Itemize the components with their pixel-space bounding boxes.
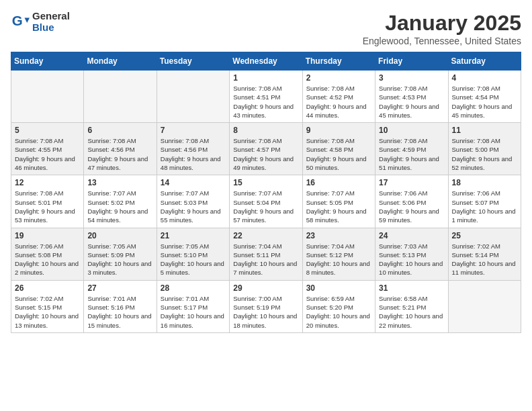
calendar-day-cell: 21 Sunrise: 7:05 AM Sunset: 5:10 PM Dayl… [157,228,229,280]
day-info: Sunrise: 7:07 AM Sunset: 5:03 PM Dayligh… [161,189,226,224]
calendar-day-cell: 7 Sunrise: 7:08 AM Sunset: 4:56 PM Dayli… [157,123,229,175]
day-info: Sunrise: 7:08 AM Sunset: 4:57 PM Dayligh… [233,136,298,172]
calendar-day-cell: 11 Sunrise: 7:08 AM Sunset: 5:00 PM Dayl… [448,123,521,175]
calendar-day-cell: 14 Sunrise: 7:07 AM Sunset: 5:03 PM Dayl… [157,175,229,228]
day-number: 31 [379,283,444,293]
calendar-day-cell: 27 Sunrise: 7:01 AM Sunset: 5:16 PM Dayl… [84,280,157,332]
weekday-header-tuesday: Tuesday [157,52,229,71]
day-info: Sunrise: 7:08 AM Sunset: 4:56 PM Dayligh… [87,136,152,172]
calendar-day-cell: 1 Sunrise: 7:08 AM Sunset: 4:51 PM Dayli… [230,71,302,123]
day-info: Sunrise: 7:00 AM Sunset: 5:19 PM Dayligh… [233,294,298,330]
day-info: Sunrise: 7:08 AM Sunset: 4:56 PM Dayligh… [161,136,226,172]
day-number: 14 [161,178,226,187]
day-number: 9 [306,126,371,135]
day-number: 29 [233,283,298,293]
day-number: 6 [87,126,152,135]
calendar-day-cell: 8 Sunrise: 7:08 AM Sunset: 4:57 PM Dayli… [230,123,302,175]
calendar-day-cell: 6 Sunrise: 7:08 AM Sunset: 4:56 PM Dayli… [84,123,157,175]
day-info: Sunrise: 7:04 AM Sunset: 5:12 PM Dayligh… [306,242,371,277]
day-info: Sunrise: 7:05 AM Sunset: 5:10 PM Dayligh… [161,242,226,277]
calendar-week-row: 1 Sunrise: 7:08 AM Sunset: 4:51 PM Dayli… [11,71,521,123]
day-info: Sunrise: 7:08 AM Sunset: 4:55 PM Dayligh… [15,136,80,172]
weekday-header-saturday: Saturday [448,52,521,71]
day-info: Sunrise: 7:08 AM Sunset: 5:01 PM Dayligh… [15,189,80,224]
logo-icon: G [11,13,30,32]
svg-marker-1 [25,17,30,22]
location: Englewood, Tennessee, United States [363,36,521,46]
page-header: G General Blue January 2025 Englewood, T… [11,11,521,46]
day-number: 1 [233,73,298,83]
day-number: 11 [452,126,517,135]
day-number: 28 [161,283,226,293]
calendar-day-cell: 20 Sunrise: 7:05 AM Sunset: 5:09 PM Dayl… [84,228,157,280]
day-number: 27 [87,283,152,293]
day-info: Sunrise: 7:01 AM Sunset: 5:17 PM Dayligh… [161,294,226,330]
day-number: 23 [306,231,371,240]
day-info: Sunrise: 6:59 AM Sunset: 5:20 PM Dayligh… [306,294,371,330]
calendar-day-cell: 4 Sunrise: 7:08 AM Sunset: 4:54 PM Dayli… [448,71,521,123]
day-number: 18 [452,178,517,187]
calendar-day-cell: 16 Sunrise: 7:07 AM Sunset: 5:05 PM Dayl… [302,175,375,228]
svg-text:G: G [12,13,23,28]
day-info: Sunrise: 7:03 AM Sunset: 5:13 PM Dayligh… [379,242,444,277]
weekday-header-row: SundayMondayTuesdayWednesdayThursdayFrid… [11,52,521,71]
day-info: Sunrise: 7:02 AM Sunset: 5:15 PM Dayligh… [15,294,80,330]
day-number: 30 [306,283,371,293]
day-info: Sunrise: 7:04 AM Sunset: 5:11 PM Dayligh… [233,242,298,277]
calendar-day-cell: 2 Sunrise: 7:08 AM Sunset: 4:52 PM Dayli… [302,71,375,123]
day-info: Sunrise: 7:08 AM Sunset: 4:52 PM Dayligh… [306,84,371,120]
calendar-day-cell: 22 Sunrise: 7:04 AM Sunset: 5:11 PM Dayl… [230,228,302,280]
calendar-day-cell: 25 Sunrise: 7:02 AM Sunset: 5:14 PM Dayl… [448,228,521,280]
calendar-day-cell: 10 Sunrise: 7:08 AM Sunset: 4:59 PM Dayl… [375,123,448,175]
calendar-day-cell: 24 Sunrise: 7:03 AM Sunset: 5:13 PM Dayl… [375,228,448,280]
day-info: Sunrise: 7:08 AM Sunset: 5:00 PM Dayligh… [452,136,517,172]
calendar-day-cell: 28 Sunrise: 7:01 AM Sunset: 5:17 PM Dayl… [157,280,229,332]
calendar-day-cell [157,71,229,123]
calendar-day-cell: 9 Sunrise: 7:08 AM Sunset: 4:58 PM Dayli… [302,123,375,175]
day-info: Sunrise: 7:02 AM Sunset: 5:14 PM Dayligh… [452,242,517,277]
day-number: 25 [452,231,517,240]
day-info: Sunrise: 7:07 AM Sunset: 5:05 PM Dayligh… [306,189,371,224]
calendar-day-cell: 31 Sunrise: 6:58 AM Sunset: 5:21 PM Dayl… [375,280,448,332]
day-number: 8 [233,126,298,135]
day-number: 21 [161,231,226,240]
calendar-day-cell: 19 Sunrise: 7:06 AM Sunset: 5:08 PM Dayl… [11,228,84,280]
calendar-day-cell: 26 Sunrise: 7:02 AM Sunset: 5:15 PM Dayl… [11,280,84,332]
day-info: Sunrise: 7:08 AM Sunset: 4:58 PM Dayligh… [306,136,371,172]
logo: G General Blue [11,11,70,33]
weekday-header-friday: Friday [375,52,448,71]
calendar-day-cell: 3 Sunrise: 7:08 AM Sunset: 4:53 PM Dayli… [375,71,448,123]
logo-general-text: General [32,11,70,22]
weekday-header-sunday: Sunday [11,52,84,71]
day-info: Sunrise: 7:05 AM Sunset: 5:09 PM Dayligh… [87,242,152,277]
day-number: 5 [15,126,80,135]
calendar-day-cell [448,280,521,332]
day-info: Sunrise: 7:06 AM Sunset: 5:07 PM Dayligh… [452,189,517,224]
calendar-week-row: 26 Sunrise: 7:02 AM Sunset: 5:15 PM Dayl… [11,280,521,332]
calendar-day-cell: 18 Sunrise: 7:06 AM Sunset: 5:07 PM Dayl… [448,175,521,228]
day-number: 12 [15,178,80,187]
weekday-header-wednesday: Wednesday [230,52,302,71]
day-info: Sunrise: 6:58 AM Sunset: 5:21 PM Dayligh… [379,294,444,330]
day-info: Sunrise: 7:08 AM Sunset: 4:51 PM Dayligh… [233,84,298,120]
calendar-day-cell: 12 Sunrise: 7:08 AM Sunset: 5:01 PM Dayl… [11,175,84,228]
calendar-week-row: 5 Sunrise: 7:08 AM Sunset: 4:55 PM Dayli… [11,123,521,175]
calendar-day-cell: 13 Sunrise: 7:07 AM Sunset: 5:02 PM Dayl… [84,175,157,228]
month-title: January 2025 [363,11,521,36]
day-number: 2 [306,73,371,83]
day-number: 26 [15,283,80,293]
day-number: 15 [233,178,298,187]
day-info: Sunrise: 7:06 AM Sunset: 5:06 PM Dayligh… [379,189,444,224]
weekday-header-monday: Monday [84,52,157,71]
day-info: Sunrise: 7:08 AM Sunset: 4:59 PM Dayligh… [379,136,444,172]
day-info: Sunrise: 7:01 AM Sunset: 5:16 PM Dayligh… [87,294,152,330]
day-info: Sunrise: 7:06 AM Sunset: 5:08 PM Dayligh… [15,242,80,277]
calendar-table: SundayMondayTuesdayWednesdayThursdayFrid… [11,52,521,333]
title-block: January 2025 Englewood, Tennessee, Unite… [363,11,521,46]
calendar-day-cell [11,71,84,123]
day-number: 13 [87,178,152,187]
day-number: 22 [233,231,298,240]
calendar-day-cell: 5 Sunrise: 7:08 AM Sunset: 4:55 PM Dayli… [11,123,84,175]
day-number: 20 [87,231,152,240]
calendar-day-cell: 23 Sunrise: 7:04 AM Sunset: 5:12 PM Dayl… [302,228,375,280]
